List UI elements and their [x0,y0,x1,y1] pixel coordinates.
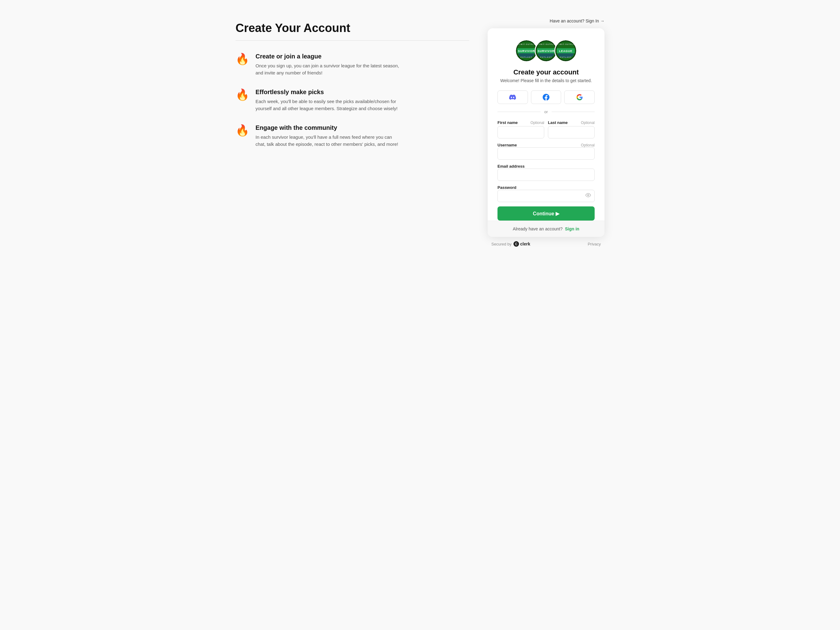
google-icon [576,94,583,101]
svg-text:OUTLAST: OUTLAST [540,56,552,58]
secured-row: Secured by C clerk Privacy [488,237,605,247]
continue-button[interactable]: Continue ▶ [497,206,595,220]
last-name-label-row: Last name Optional [548,120,595,125]
password-group: Password [497,185,595,202]
feature-title-3: Engage with the community [256,124,403,131]
svg-text:LEAGUE: LEAGUE [559,49,573,52]
svg-text:OUTWIT·OUTPLAY: OUTWIT·OUTPLAY [555,43,576,45]
feature-desc-1: Once you sign up, you can join a survivo… [256,62,403,76]
first-name-label: First name [497,120,518,125]
or-label: or [544,109,548,114]
email-group: Email address [497,164,595,181]
divider [235,40,469,41]
email-label: Email address [497,164,524,169]
feature-item-league: 🔥 Create or join a league Once you sign … [235,53,469,76]
password-wrapper [497,190,595,202]
league-badge-svg: LEAGUE OUTWIT·OUTPLAY OUTLAST [555,40,576,61]
signin-link-row: Have an account? Sign In → [488,19,605,24]
svg-text:SURVIVOR: SURVIVOR [518,49,535,52]
discord-icon [509,94,516,101]
last-name-optional: Optional [581,120,595,125]
flame-icon-3: 🔥 [235,125,249,136]
logo-badge-1: SURVIVOR OUTWIT·OUTPLAY OUTLAST [515,40,538,62]
password-label: Password [497,185,516,190]
username-label-row: Username Optional [497,143,595,147]
last-name-label: Last name [548,120,568,125]
secured-by-text: Secured by [491,242,512,246]
already-account-text: Already have an account? [513,226,563,231]
survivor-badge-svg-2: SURVIVOR OUTWIT·OUTPLAY OUTLAST [535,40,556,61]
secured-by: Secured by C clerk [491,241,530,247]
card-footer: Already have an account? Sign in [488,220,605,237]
feature-text-league: Create or join a league Once you sign up… [256,53,403,76]
privacy-link[interactable]: Privacy [587,242,601,246]
svg-text:SURVIVOR: SURVIVOR [537,49,554,52]
username-group: Username Optional [497,143,595,160]
svg-text:OUTWIT·OUTPLAY: OUTWIT·OUTPLAY [535,43,556,45]
first-name-optional: Optional [531,120,544,125]
left-panel: Create Your Account 🔥 Create or join a l… [235,19,469,148]
card-title: Create your account [497,68,595,76]
flame-icon-2: 🔥 [235,89,249,100]
card-signin-link[interactable]: Sign in [565,226,579,231]
username-input[interactable] [497,147,595,160]
feature-title-2: Effortlessly make picks [256,89,403,96]
clerk-label: clerk [520,242,531,246]
name-row: First name Optional Last name Optional [497,120,595,138]
clerk-logo: C clerk [513,241,531,247]
last-name-input[interactable] [548,126,595,138]
svg-text:OUTWIT·OUTPLAY: OUTWIT·OUTPLAY [516,43,537,45]
first-name-label-row: First name Optional [497,120,544,125]
feature-item-picks: 🔥 Effortlessly make picks Each week, you… [235,89,469,112]
discord-button[interactable] [497,90,528,104]
logo-badge-2: SURVIVOR OUTWIT·OUTPLAY OUTLAST [535,40,557,62]
first-name-input[interactable] [497,126,544,138]
feature-list: 🔥 Create or join a league Once you sign … [235,53,469,148]
or-divider: or [497,109,595,114]
username-optional: Optional [581,143,595,147]
svg-text:OUTLAST: OUTLAST [560,56,572,58]
feature-desc-3: In each survivor league, you'll have a f… [256,134,403,148]
logos-row: SURVIVOR OUTWIT·OUTPLAY OUTLAST SURVI [497,40,595,62]
facebook-button[interactable] [531,90,561,104]
svg-text:OUTLAST: OUTLAST [521,56,532,58]
survivor-badge-svg-1: SURVIVOR OUTWIT·OUTPLAY OUTLAST [516,40,537,61]
google-button[interactable] [564,90,595,104]
feature-title-1: Create or join a league [256,53,403,60]
flame-icon-1: 🔥 [235,54,249,65]
feature-text-picks: Effortlessly make picks Each week, you'l… [256,89,403,112]
last-name-group: Last name Optional [548,120,595,138]
feature-item-community: 🔥 Engage with the community In each surv… [235,124,469,148]
svg-point-21 [587,195,589,196]
email-label-row: Email address [497,164,595,169]
header-signin-link[interactable]: Sign In → [586,19,605,24]
right-panel: Have an account? Sign In → SURVIVOR [488,19,605,247]
password-input[interactable] [497,190,595,202]
page-container: Create Your Account 🔥 Create or join a l… [235,19,605,247]
social-buttons [497,90,595,104]
logo-badge-3: LEAGUE OUTWIT·OUTPLAY OUTLAST [554,40,577,62]
feature-desc-2: Each week, you'll be able to easily see … [256,98,403,112]
feature-text-community: Engage with the community In each surviv… [256,124,403,148]
first-name-group: First name Optional [497,120,544,138]
username-label: Username [497,143,517,147]
email-input[interactable] [497,169,595,181]
clerk-icon: C [513,241,519,247]
signup-card: SURVIVOR OUTWIT·OUTPLAY OUTLAST SURVI [488,28,605,237]
password-label-row: Password [497,185,595,190]
have-account-text: Have an account? [550,19,584,24]
page-title: Create Your Account [235,22,469,35]
eye-icon[interactable] [586,193,591,199]
facebook-icon [543,94,549,101]
card-subtitle: Welcome! Please fill in the details to g… [497,78,595,83]
